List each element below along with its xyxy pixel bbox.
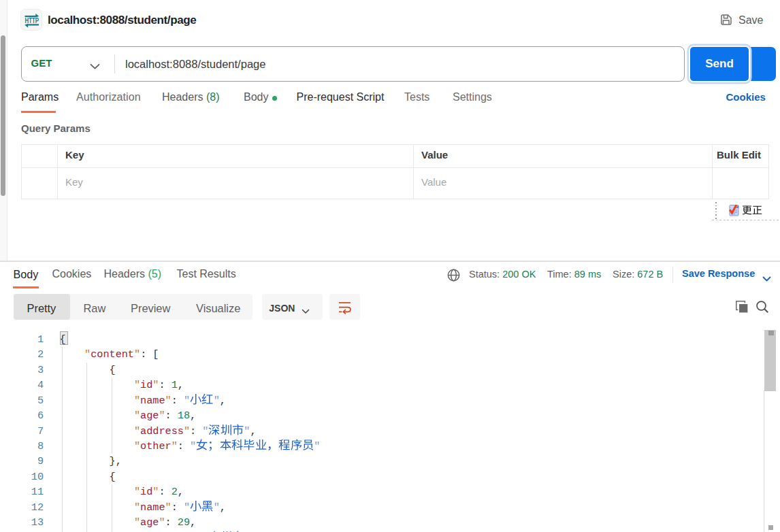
svg-text:HTTP: HTTP (25, 16, 39, 24)
